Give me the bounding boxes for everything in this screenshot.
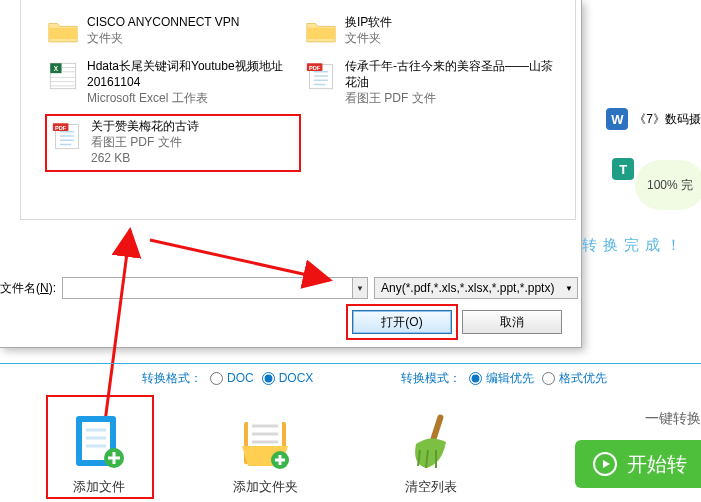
result-title: 《7》数码摄	[634, 111, 701, 128]
file-list[interactable]: 系统文件夹 CISCO ANYCONNECT VPN 文件夹 X Hd	[20, 0, 576, 220]
file-size: 262 KB	[91, 150, 199, 166]
pdf-icon: PDF	[303, 58, 339, 94]
options-row: 转换格式： DOC DOCX 转换模式： 编辑优先 格式优先	[0, 364, 701, 392]
file-item[interactable]: CISCO ANYCONNECT VPN 文件夹	[45, 14, 301, 50]
radio-mode-edit[interactable]: 编辑优先	[469, 370, 534, 387]
annotation-highlight	[46, 395, 154, 499]
file-item-selected[interactable]: PDF 关于赞美梅花的古诗 看图王 PDF 文件 262 KB	[45, 114, 301, 172]
radio-mode-style[interactable]: 格式优先	[542, 370, 607, 387]
radio-doc[interactable]: DOC	[210, 371, 254, 385]
file-item[interactable]: PDF 传承千年-古往今来的美容圣品——山茶花油 看图王 PDF 文件	[303, 58, 559, 106]
computer-icon	[45, 0, 81, 6]
file-type: 看图王 PDF 文件	[91, 134, 199, 150]
folder-icon	[303, 14, 339, 50]
file-type: Microsoft Excel 工作表	[87, 90, 301, 106]
clear-list-button[interactable]: 清空列表	[388, 410, 474, 496]
computer-icon	[303, 0, 339, 6]
progress-bubble: 100% 完	[635, 160, 701, 210]
filter-text: Any(*.pdf,*.xls,*.xlsx,*.ppt,*.pptx)	[381, 281, 554, 295]
add-folder-icon	[234, 410, 296, 472]
file-name: 关于赞美梅花的古诗	[91, 118, 199, 134]
file-type: 文件夹	[87, 30, 239, 46]
tool-caption: 清空列表	[405, 478, 457, 496]
file-item[interactable]: 换IP软件 文件夹	[303, 14, 559, 50]
open-button[interactable]: 打开(O)	[352, 310, 452, 334]
excel-icon: X	[45, 58, 81, 94]
file-type: 文件夹	[345, 30, 392, 46]
result-item-word[interactable]: W 《7》数码摄	[606, 108, 701, 130]
file-name: Hdata长尾关键词和Youtube视频地址20161104	[87, 58, 301, 90]
pdf-icon: PDF	[49, 118, 85, 154]
format-label: 转换格式：	[142, 370, 202, 387]
svg-text:PDF: PDF	[55, 125, 67, 131]
onekey-label: 一键转换	[645, 410, 701, 428]
word-icon: W	[606, 108, 628, 130]
file-name: 换IP软件	[345, 14, 392, 30]
chevron-down-icon: ▼	[565, 284, 573, 293]
filename-row: 文件名(N): ▼ Any(*.pdf,*.xls,*.xlsx,*.ppt,*…	[0, 277, 578, 299]
filename-dropdown-icon[interactable]: ▼	[352, 277, 368, 299]
file-type: 看图王 PDF 文件	[345, 90, 559, 106]
filename-label: 文件名(N):	[0, 280, 62, 297]
broom-icon	[400, 410, 462, 472]
tool-caption: 添加文件夹	[233, 478, 298, 496]
filename-input[interactable]	[62, 277, 352, 299]
file-item[interactable]: 系统文件夹	[45, 0, 301, 6]
svg-text:X: X	[54, 65, 59, 72]
start-convert-button[interactable]: 开始转	[575, 440, 701, 488]
file-item[interactable]: 系统文件夹	[303, 0, 559, 6]
file-type-filter[interactable]: Any(*.pdf,*.xls,*.xlsx,*.ppt,*.pptx) ▼	[374, 277, 578, 299]
status-done: 转换完成！	[582, 236, 687, 255]
svg-rect-48	[430, 414, 444, 442]
svg-text:PDF: PDF	[309, 65, 321, 71]
mode-label: 转换模式：	[401, 370, 461, 387]
file-name: 传承千年-古往今来的美容圣品——山茶花油	[345, 58, 559, 90]
radio-docx[interactable]: DOCX	[262, 371, 314, 385]
play-icon	[593, 452, 617, 476]
cancel-button[interactable]: 取消	[462, 310, 562, 334]
file-item[interactable]: X Hdata长尾关键词和Youtube视频地址20161104 Microso…	[45, 58, 301, 106]
file-name: CISCO ANYCONNECT VPN	[87, 14, 239, 30]
file-open-dialog: 系统文件夹 CISCO ANYCONNECT VPN 文件夹 X Hd	[0, 0, 582, 348]
text-icon: T	[612, 158, 634, 180]
folder-icon	[45, 14, 81, 50]
add-folder-button[interactable]: 添加文件夹	[222, 410, 308, 496]
